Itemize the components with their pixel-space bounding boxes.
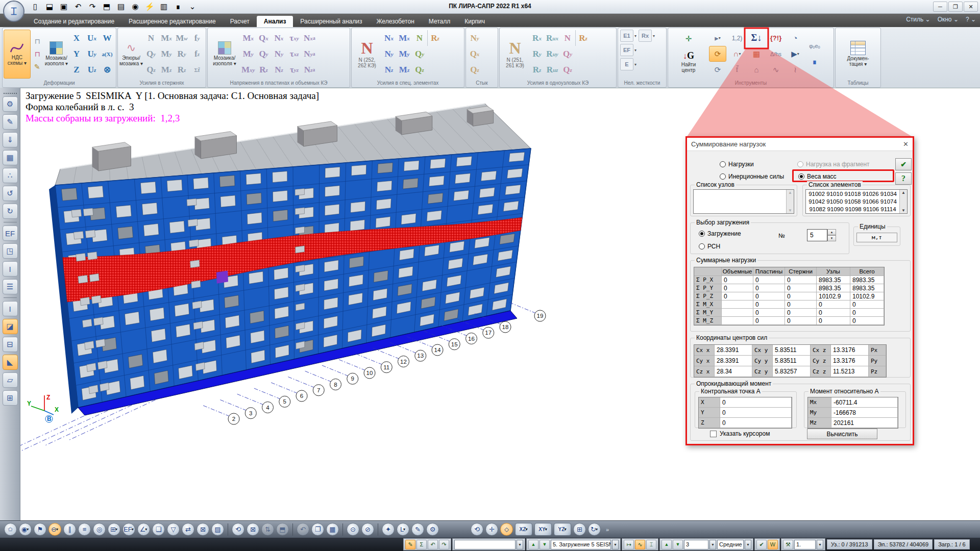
phi-e-icon[interactable]: φₒeₒ <box>806 38 823 54</box>
help-menu[interactable]: ? ⌄ <box>966 16 976 23</box>
result-letter[interactable]: Mw <box>174 30 189 46</box>
elements-listbox[interactable]: 91002 91010 91018 91026 9103491042 91050… <box>805 189 908 214</box>
dropdown-arrow-icon[interactable]: ▾ <box>56 527 58 532</box>
mark-angle-icon[interactable]: ∠▾ <box>137 523 150 536</box>
combo-arrow-icon[interactable]: ▼ <box>612 540 619 549</box>
display-params-icon[interactable]: ⚙ <box>3 96 18 112</box>
radio-load-case[interactable]: Загружение <box>699 230 741 237</box>
tab-advanced-analysis[interactable]: Расширенный анализ <box>293 16 369 27</box>
mark-elements-icon[interactable]: ⊖▾ <box>48 523 61 536</box>
load-number-spinner[interactable]: 5 ▲▼ <box>807 229 836 241</box>
mark-ef-icon[interactable]: EF▾ <box>122 523 135 536</box>
ef-button[interactable]: EF▾ <box>620 44 636 56</box>
find-center-button[interactable]: ↓G Найти центр <box>669 46 708 77</box>
numbering-off-icon[interactable]: ⇓ <box>3 132 18 147</box>
prev-load-button[interactable]: ▲ <box>528 540 538 549</box>
apply-button[interactable]: ✔ <box>895 158 912 170</box>
mode-shape-icon[interactable]: ∿ <box>635 540 645 549</box>
volume-element-icon[interactable]: ◳ <box>3 243 18 259</box>
swap-marks-icon[interactable]: ⇄ <box>182 523 194 536</box>
maximize-button[interactable]: ❐ <box>948 2 963 12</box>
plate-grid-icon[interactable]: ⊞ <box>3 390 18 406</box>
result-letter[interactable]: Nz <box>271 62 286 78</box>
apply-result-icon[interactable]: ✔ <box>756 540 767 549</box>
view-xz-button[interactable]: XZ▾ <box>515 523 532 536</box>
toolbar-grip[interactable] <box>4 93 17 94</box>
result-letter[interactable]: Rz <box>427 30 443 46</box>
rotate-model-icon[interactable]: ↺ <box>3 186 18 201</box>
result-letter[interactable]: Mx <box>240 30 256 46</box>
dropdown-arrow-icon[interactable]: ▾ <box>564 527 566 532</box>
refresh-colorscale-2-icon[interactable]: ⟳ <box>709 62 726 78</box>
help-button[interactable]: ? <box>895 172 912 185</box>
result-letter[interactable]: My <box>159 46 174 62</box>
minimize-button[interactable]: ─ <box>933 2 947 12</box>
result-letter[interactable]: fz <box>189 46 205 62</box>
numbering-12-icon[interactable]: 1,2) <box>728 30 746 46</box>
fragment-updown-icon[interactable]: ⇅ <box>261 523 274 536</box>
result-letter[interactable]: Qy <box>143 46 159 62</box>
dimension-icon[interactable]: L▾ <box>397 523 409 536</box>
warnings-icon[interactable]: {?!} <box>767 30 785 46</box>
close-button[interactable]: ✕ <box>964 2 978 12</box>
next-load-button[interactable]: ▼ <box>540 540 550 549</box>
result-letter[interactable]: Uz <box>84 62 100 78</box>
deformed-scheme-icon[interactable]: ⊓ <box>32 48 43 60</box>
column-result-icon[interactable]: ⌶ <box>646 540 656 549</box>
curve-graph-2-icon[interactable]: ≀ <box>787 62 804 78</box>
mark-nodes-icon[interactable]: ◉▾ <box>19 523 32 536</box>
result-letter[interactable]: N <box>143 30 159 46</box>
table-2-6-icon[interactable]: ▦ <box>3 150 18 165</box>
scrollbar[interactable]: ▲▼ <box>899 190 907 213</box>
isometric-view-icon[interactable]: ⬦ <box>500 523 513 536</box>
fragment-marks-icon[interactable]: ⊠ <box>197 523 209 536</box>
result-letter[interactable]: Nya <box>302 46 317 62</box>
result-letter[interactable]: Ny <box>467 30 482 46</box>
diagrams-mosaic-button[interactable]: ∿ Эпюры/ мозаика ▾ <box>119 30 143 79</box>
result-letter[interactable]: Ry <box>529 46 545 62</box>
fragment-undo-icon[interactable]: ↶ <box>297 523 309 536</box>
result-letter[interactable]: Mxy <box>240 62 256 78</box>
view-xy-button[interactable]: XY▾ <box>534 523 552 536</box>
brush-icon[interactable]: ▨ <box>211 523 224 536</box>
dialog-close-icon[interactable]: ✕ <box>903 140 909 148</box>
combo-arrow-icon[interactable]: ▼ <box>817 540 823 549</box>
triad-axes-icon[interactable]: ✛ <box>680 31 697 46</box>
result-letter[interactable]: τxz <box>286 46 302 62</box>
result-letter[interactable]: Qx <box>467 46 482 62</box>
edit-params-icon[interactable]: ✎ <box>3 114 18 130</box>
result-letter[interactable]: τxy <box>286 30 302 46</box>
zoom-cancel-icon[interactable]: ⊘ <box>361 523 374 536</box>
result-letter[interactable]: W <box>100 30 115 46</box>
result-letter[interactable]: Mz <box>397 62 412 78</box>
node-result-icon[interactable]: ↦ <box>624 540 634 549</box>
result-letter[interactable]: Uy <box>84 46 100 62</box>
radio-loads[interactable]: Нагрузки <box>720 161 754 168</box>
result-letter[interactable]: Ry <box>174 46 189 62</box>
compute-button[interactable]: Вычислить <box>807 429 877 439</box>
plate-mosaic-button[interactable]: Мозаика/ изополя ▾ <box>209 30 240 79</box>
dropdown-arrow-icon[interactable]: ▾ <box>145 527 147 532</box>
number-combo[interactable]: 1. <box>794 540 816 549</box>
gear-icon[interactable]: ⚙ <box>426 523 439 536</box>
mark-rotate-icon[interactable]: ◎ <box>93 523 106 536</box>
tab-analysis[interactable]: Анализ <box>257 16 293 27</box>
mode-number-combo[interactable]: 3 <box>684 540 708 549</box>
hammer-icon[interactable]: ⚒ <box>783 540 793 549</box>
e-button[interactable]: E▾ <box>620 58 636 70</box>
masonry-icon[interactable]: ☰ <box>3 279 18 294</box>
combo-arrow-icon[interactable]: ▼ <box>709 540 716 549</box>
animation-icon[interactable]: ▶▾ <box>787 46 804 62</box>
ruler-pencil-icon[interactable]: ✎ <box>32 61 43 72</box>
single-n-button[interactable]: N N (251, 261 КЭ) <box>501 30 529 79</box>
mark-grid-icon[interactable]: ⊞▾ <box>108 523 120 536</box>
mosaic-mode-icon[interactable]: W <box>768 540 778 549</box>
result-letter[interactable]: Nxa <box>302 30 317 46</box>
result-letter[interactable]: Nza <box>302 62 317 78</box>
tab-advanced-edit[interactable]: Расширенное редактирование <box>121 16 223 27</box>
result-letter[interactable]: Ux <box>84 30 100 46</box>
dropdown-arrow-icon[interactable]: ▾ <box>596 527 598 532</box>
nodes-listbox[interactable]: ▲▼ <box>693 189 794 214</box>
mark-frame-icon[interactable]: ⚑ <box>34 523 46 536</box>
lock-icon[interactable]: ∎ <box>806 54 823 70</box>
